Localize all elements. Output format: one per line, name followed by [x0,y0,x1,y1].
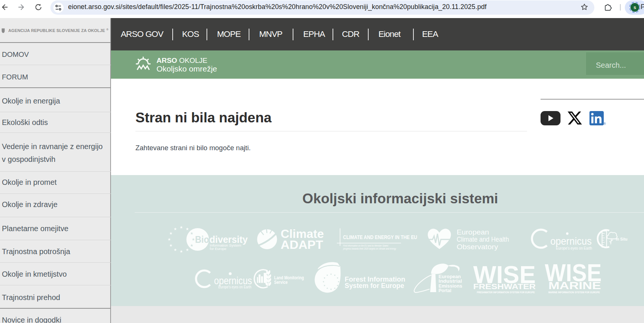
svg-text:Find information on the EU and: Find information on the EU and its Membe… [343,244,389,247]
svg-text:for Europe: for Europe [210,247,226,251]
svg-text:Europe's eyes on Earth: Europe's eyes on Earth [218,285,251,289]
svg-text:Climate and Health: Climate and Health [457,236,509,243]
svg-text:Bio: Bio [195,234,210,245]
svg-text:CLIMATE AND ENERGY IN THE EU: CLIMATE AND ENERGY IN THE EU [343,234,417,240]
svg-text:MARINE INFORMATION SYSTEM FOR: MARINE INFORMATION SYSTEM FOR EUROPE [548,291,600,294]
svg-text:System for Europe: System for Europe [345,282,404,289]
svg-text:opernicus: opernicus [550,236,592,247]
svg-text:In Situ: In Situ [616,237,627,241]
svg-text:MARINE: MARINE [548,280,601,291]
svg-text:Portal: Portal [439,288,451,293]
svg-text:Europe's eyes on Earth: Europe's eyes on Earth [556,246,592,250]
svg-text:ADAPT: ADAPT [281,238,323,251]
svg-text:FRESHWATER INFORMATION SYSTEM: FRESHWATER INFORMATION SYSTEM FOR EUROPE [477,291,535,294]
svg-text:Service: Service [274,279,288,285]
svg-text:FRESHWATER: FRESHWATER [473,282,536,291]
svg-text:European: European [457,229,489,236]
svg-text:Observatory: Observatory [457,243,498,251]
svg-text:progress towards their 2020 ta: progress towards their 2020 targets on c… [343,247,396,250]
